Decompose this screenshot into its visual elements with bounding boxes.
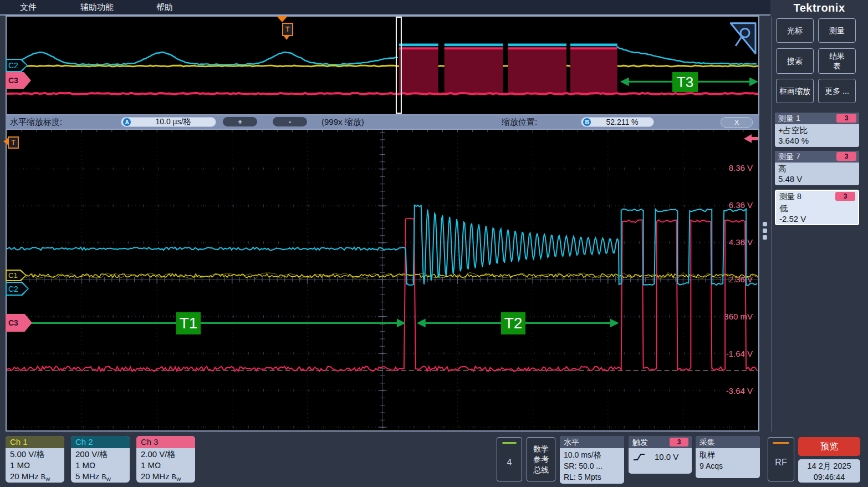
trigger-position-arrow[interactable] (277, 16, 288, 22)
channel4-color-dash (502, 442, 517, 444)
draw-zoom-button[interactable]: 框画缩放 (776, 79, 814, 103)
scale-label-7: -3.64 V (699, 386, 753, 396)
ch-scale: 2.00 V/格 (141, 449, 195, 460)
ch-bandwidth: 20 MHz BW (10, 471, 64, 483)
channel2-flag[interactable]: C2 (6, 282, 29, 296)
trigger-level: 10.0 V (655, 452, 678, 463)
scale-label-4: 2.36 V (699, 275, 753, 285)
t1-annotation: T1 (176, 312, 201, 334)
menu-help[interactable]: 帮助 (156, 2, 173, 13)
measurement-title: 测量 1 (778, 114, 800, 123)
ch-bandwidth: 5 MHz BW (75, 471, 130, 483)
main-waveforms (7, 130, 758, 430)
ch-impedance: 1 MΩ (10, 460, 64, 471)
zoom-scale-label: 水平缩放标度: (10, 117, 62, 128)
measurement-name: 低 (779, 203, 855, 214)
zoom-position-value[interactable]: B 52.211 % (581, 117, 654, 127)
channel3-flag[interactable]: C3 (6, 314, 32, 332)
acquisition-badge[interactable]: 采集 取样 9 Acqs (696, 436, 760, 478)
overview-trigger-badge[interactable]: T (282, 23, 293, 36)
measurement-value: -2.52 V (779, 214, 855, 224)
horizontal-rl: RL: 5 Mpts (564, 471, 620, 483)
menu-file[interactable]: 文件 (20, 2, 37, 13)
horizontal-sr: SR: 50.0 ... (564, 460, 620, 471)
rf-label: RF (768, 458, 794, 468)
zoom-scale-value[interactable]: A 10.0 µs/格 (121, 117, 216, 127)
channel4-badge[interactable]: 4 (497, 437, 522, 481)
oscilloscope-screen: 文件 辅助功能 帮助 C2 C3 T T3 水平缩放标度: A 10.0 µs/… (0, 0, 868, 487)
acquisition-mode: 取样 (699, 449, 756, 460)
ch-scale: 5.00 V/格 (10, 449, 64, 460)
channel3-badge[interactable]: Ch 3 2.00 V/格 1 MΩ 20 MHz BW (136, 436, 195, 483)
zoom-toolbar: 水平缩放标度: A 10.0 µs/格 + - (999x 缩放) 缩放位置: … (6, 115, 759, 129)
rising-edge-icon (632, 453, 646, 461)
source-badge: 3 (835, 192, 855, 201)
cursors-button[interactable]: 光标 (776, 18, 814, 43)
t2-annotation: T2 (501, 312, 525, 334)
sidebar-divider (771, 17, 772, 432)
channel1-flag[interactable]: C1 (6, 270, 27, 281)
main-waveform-view[interactable] (6, 129, 759, 432)
knob-b-icon: B (583, 118, 591, 126)
acquisition-title: 采集 (696, 436, 760, 448)
bottom-bar: Ch 1 5.00 V/格 1 MΩ 20 MHz BW Ch 2 200 V/… (0, 434, 868, 487)
source-badge: 3 (836, 114, 856, 123)
channel2-label: Ch 2 (71, 436, 130, 448)
rf-color-dash (773, 442, 789, 444)
channel1-badge[interactable]: Ch 1 5.00 V/格 1 MΩ 20 MHz BW (6, 436, 64, 483)
right-sidebar: Tektronix 光标 测量 搜索 结果 表 框画缩放 更多 ... 测量 1… (770, 0, 868, 434)
overview-waveforms (7, 17, 758, 114)
date: 14 2月 2025 (798, 460, 860, 471)
measurement-card-7[interactable]: 测量 7 3 高 5.48 V (775, 151, 859, 185)
datetime-display[interactable]: 14 2月 2025 09:46:44 (798, 459, 860, 483)
acquisition-count: 9 Acqs (699, 460, 756, 471)
zoom-close-button[interactable]: X (721, 117, 753, 128)
scale-label-3: 4.36 V (699, 237, 753, 247)
measurement-title: 测量 8 (779, 192, 801, 201)
scale-label-1: 8.36 V (699, 163, 753, 173)
t3-annotation: T3 (672, 72, 698, 92)
preview-button[interactable]: 预览 (798, 437, 860, 456)
ch-impedance: 1 MΩ (141, 460, 195, 471)
measurement-card-8[interactable]: 测量 8 3 低 -2.52 V (775, 190, 859, 225)
tektronix-logo: Tektronix (770, 2, 868, 14)
main-trigger-badge-arrow (3, 138, 8, 145)
overview-channel3-flag[interactable]: C3 (6, 72, 31, 89)
time: 09:46:44 (798, 471, 860, 483)
measurement-card-1[interactable]: 测量 1 3 +占空比 3.640 % (775, 113, 859, 147)
overview-channel2-flag[interactable]: C2 (6, 59, 28, 72)
zoom-position-label: 缩放位置: (502, 117, 537, 128)
math-ref-bus-button[interactable]: 数学 参考 总线 (527, 437, 555, 481)
measurement-name: +占空比 (778, 125, 856, 135)
ch-scale: 200 V/格 (75, 449, 130, 460)
channel4-label: 4 (497, 458, 522, 468)
horizontal-badge[interactable]: 水平 10.0 ms/格 SR: 50.0 ... RL: 5 Mpts (560, 436, 624, 484)
channel1-label: Ch 1 (6, 436, 64, 448)
measure-button[interactable]: 测量 (818, 18, 856, 43)
scale-label-2: 6.36 V (699, 200, 753, 210)
source-badge: 3 (836, 152, 856, 161)
waveform-overview[interactable] (6, 16, 759, 115)
measurement-title: 测量 7 (778, 152, 800, 161)
rf-badge[interactable]: RF (768, 437, 794, 481)
measurement-value: 5.48 V (778, 174, 856, 184)
horizontal-title: 水平 (560, 436, 624, 448)
menu-bar: 文件 辅助功能 帮助 (0, 0, 770, 16)
more-button[interactable]: 更多 ... (818, 79, 856, 103)
trigger-source-badge: 3 (670, 438, 688, 447)
scale-label-5: 360 mV (699, 312, 753, 322)
trigger-badge-pointer (284, 36, 289, 40)
ch-impedance: 1 MΩ (75, 460, 130, 471)
menu-utility[interactable]: 辅助功能 (80, 2, 114, 13)
trigger-title: 触发 (632, 438, 648, 447)
main-trigger-badge[interactable]: T (8, 136, 19, 149)
ch-bandwidth: 20 MHz BW (141, 471, 195, 483)
panel-drawer-handle[interactable] (763, 222, 767, 242)
trigger-badge[interactable]: 触发 3 10.0 V (629, 436, 692, 474)
results-table-button[interactable]: 结果 表 (818, 48, 856, 74)
zoom-in-button[interactable]: + (223, 117, 257, 126)
search-button[interactable]: 搜索 (776, 48, 814, 74)
channel3-label: Ch 3 (136, 436, 195, 448)
zoom-out-button[interactable]: - (273, 117, 307, 126)
channel2-badge[interactable]: Ch 2 200 V/格 1 MΩ 5 MHz BW (71, 436, 130, 483)
